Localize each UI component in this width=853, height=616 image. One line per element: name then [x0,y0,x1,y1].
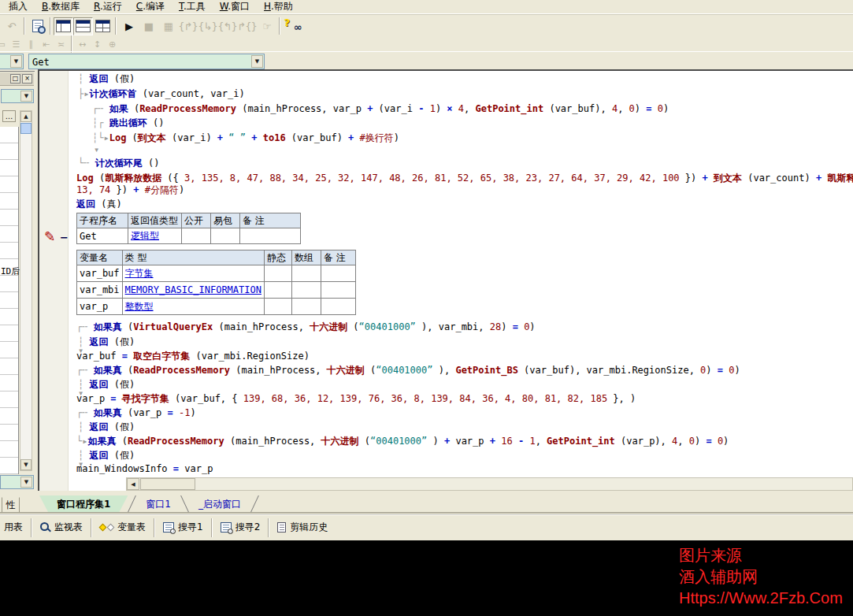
table-cell[interactable]: 整数型 [122,299,264,315]
table-cell[interactable] [182,228,211,244]
table-row[interactable]: var_p整数型 [77,299,356,315]
code-area[interactable]: ✎ − ┆ 返回 (假)├▸计次循环首 (var_count, var_i)┌╌… [39,71,853,491]
call-table-button[interactable]: 用表 [0,518,30,538]
menu-item-W[interactable]: W.窗口 [213,0,257,14]
collapse-marker[interactable]: − [60,232,69,243]
grid-row[interactable] [0,441,18,458]
scrollbar-thumb[interactable] [20,123,32,134]
table-cell[interactable] [291,299,321,315]
tab-1[interactable]: 窗口程序集1 [39,495,128,512]
help-search-button[interactable]: ?∞ [283,17,302,35]
grid-row[interactable] [0,408,18,425]
grid-row[interactable] [0,160,18,176]
grid-row[interactable] [0,193,18,210]
scroll-left-icon[interactable]: ◀ [127,478,139,490]
code-line[interactable]: ┆ 返回 (假) [78,336,135,350]
tab-3[interactable]: _启动窗口 [189,495,250,512]
table-row[interactable]: var_mbiMEMORY_BASIC_INFORMATION [77,282,356,299]
component-combo[interactable]: ▼ [0,54,24,69]
table-cell[interactable]: var_p [77,299,123,315]
menu-item-B[interactable]: B.数据库 [35,0,87,14]
table-cell[interactable] [211,228,240,244]
code-line[interactable]: ┆ 返回 (假) [78,421,135,435]
panel-split-view-button[interactable] [73,17,93,35]
code-line[interactable]: 返回 (真) [76,198,122,212]
grid-row[interactable] [0,143,18,160]
table-row[interactable]: Get逻辑型 [77,228,301,244]
grid-row[interactable] [0,226,18,243]
code-line[interactable]: ┌╌ 如果真 (ReadProcessMemory (main_hProcess… [76,364,740,378]
tab-2[interactable]: 窗口1 [136,495,180,512]
panel-grid-view-button[interactable] [93,17,113,35]
preview-button[interactable] [28,17,47,35]
watch-table-button[interactable]: 监视表 [33,518,90,538]
grid-row[interactable] [0,375,18,391]
grid-row[interactable] [0,127,18,143]
table-row[interactable]: var_buf字节集 [77,265,356,282]
more-button[interactable]: … [2,110,16,122]
grid-row[interactable] [0,276,18,292]
properties-side-tab[interactable]: 性 [2,497,20,513]
code-line[interactable]: ┆ 返回 (假) [78,449,135,463]
run-button[interactable]: ▶ [119,17,139,35]
code-line[interactable]: ┆└▸Log (到文本 (var_i) + “ ” + to16 (var_bu… [92,132,399,146]
table-cell[interactable] [321,265,355,282]
grid-row[interactable] [0,458,18,474]
code-line[interactable]: └╌ 计次循环尾 () [78,157,159,171]
table-cell[interactable] [264,299,291,315]
panel-combo[interactable]: ▼ [1,89,34,103]
grid-row[interactable] [0,176,18,193]
clip-history-button[interactable]: 剪辑历史 [270,518,335,538]
table-cell[interactable] [264,265,291,282]
search1-button[interactable]: 搜寻1 [156,518,210,538]
code-line[interactable]: ┌╌ 如果真 (var_p = -1) [76,406,196,421]
code-line[interactable]: ┌╌ 如果 (ReadProcessMemory (main_hProcess,… [92,102,669,117]
table-cell[interactable]: MEMORY_BASIC_INFORMATION [122,282,264,299]
horizontal-scrollbar[interactable]: ◀ [126,477,853,491]
menu-item-H[interactable]: H.帮助 [257,0,300,14]
dropdown-arrow-icon[interactable]: ▼ [251,55,263,68]
grid-row[interactable] [0,243,18,259]
grid-row[interactable] [0,358,18,375]
table-cell[interactable] [240,228,301,244]
scroll-down-icon[interactable]: ▼ [20,459,32,470]
panel-bottom-combo[interactable]: ▼ [0,475,34,489]
code-line[interactable]: 13, 74 }) + #分隔符) [76,184,184,198]
dropdown-arrow-icon[interactable]: ▼ [10,55,22,68]
table-cell[interactable] [321,299,355,315]
variable-table-button[interactable]: 变量表 [93,518,153,538]
code-line[interactable]: ├▸计次循环首 (var_count, var_i) [78,87,245,102]
table-cell[interactable] [291,265,321,282]
code-line[interactable]: ┆ 返回 (假) [78,72,135,87]
table-cell[interactable]: var_mbi [77,282,123,299]
code-line[interactable]: Log (凯斯释放数据 ({ 3, 135, 8, 47, 88, 34, 25… [76,172,853,186]
menu-item-C[interactable]: C.编译 [129,0,172,14]
code-line[interactable]: var_buf = 取空白字节集 (var_mbi.RegionSize) [76,350,310,364]
grid-row[interactable] [0,210,18,226]
dropdown-arrow-icon[interactable]: ▼ [20,477,32,488]
search2-button[interactable]: 搜寻2 [213,518,268,538]
menu-item-插入[interactable]: 插入 [2,0,35,14]
subroutine-table[interactable]: 子程序名返回值类型公开易包备 注Get逻辑型 [76,213,301,244]
procedure-combo[interactable]: Get ▼ [28,54,265,69]
code-line[interactable]: ┆┌ 跳出循环 () [92,117,164,131]
grid-row[interactable] [0,342,18,358]
table-cell[interactable]: 逻辑型 [128,228,182,244]
table-cell[interactable] [291,282,321,299]
menu-item-R[interactable]: R.运行 [87,0,129,14]
table-cell[interactable]: 字节集 [122,265,264,282]
panel-left-view-button[interactable] [54,17,73,35]
grid-row[interactable] [0,309,18,325]
dropdown-arrow-icon[interactable]: ▼ [20,91,32,102]
code-line[interactable]: var_p = 寻找字节集 (var_buf, { 139, 68, 36, 1… [76,392,636,406]
scroll-up-icon[interactable]: ▲ [20,111,32,122]
scroll-track[interactable] [20,135,32,459]
grid-row[interactable] [0,292,18,309]
scrollbar-thumb[interactable] [140,478,195,490]
grid-row[interactable] [0,391,18,408]
grid-row[interactable] [0,325,18,342]
table-cell[interactable] [264,282,291,299]
grid-row[interactable] [0,425,18,441]
restore-button[interactable]: □ [10,74,20,83]
code-line[interactable]: main_WindowsInfo = var_p [76,463,213,477]
